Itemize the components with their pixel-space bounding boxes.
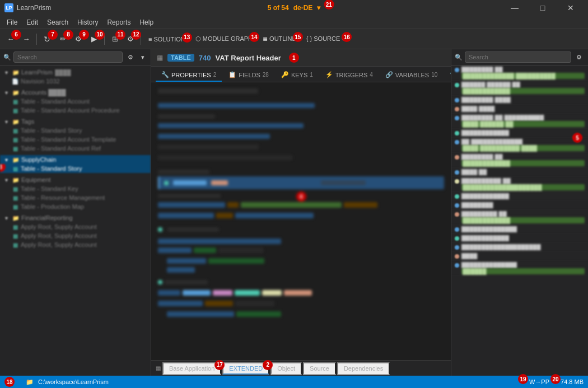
right-list-item[interactable]: ████████ ██ ████████████: [451, 153, 588, 168]
tree-item-selected-child[interactable]: ▦ Table - Standard Story 3: [0, 164, 151, 173]
tree-item[interactable]: ▦ Table - Standard Account Template: [0, 135, 151, 144]
field-row-2: [158, 120, 444, 131]
left-search-input[interactable]: [13, 52, 123, 63]
annotation-5: 5: [572, 133, 582, 143]
menu-help[interactable]: Help: [135, 17, 158, 27]
tree-item[interactable]: ▦ Table - Standard Account Ref: [0, 144, 151, 153]
tree-item[interactable]: 📄 Navision 1032: [0, 77, 151, 86]
menu-search[interactable]: Search: [43, 17, 73, 27]
right-list-item[interactable]: █████████ ██ ████████████: [451, 210, 588, 225]
right-list-item[interactable]: ████████ ██ ██████████ ████ ██████ ██: [451, 114, 588, 129]
tree-item-label: Table - Standard Story: [21, 127, 82, 134]
right-list-item[interactable]: ████: [451, 252, 588, 261]
tree-item[interactable]: ▾ 📁 LearnPrism ████: [0, 68, 151, 77]
right-list-item[interactable]: ████ ██: [451, 168, 588, 177]
right-list-item[interactable]: ████████████: [451, 192, 588, 201]
nav-counter: 5 of 54: [268, 4, 289, 12]
menu-reports[interactable]: Reports: [102, 17, 135, 27]
title-bar-left: LP LearnPrism: [4, 3, 51, 12]
right-list-item[interactable]: ████ ████: [451, 105, 588, 114]
title-bar: LP LearnPrism 5 of 54 de-DE ▾ 21 — □ ✕: [0, 0, 588, 16]
tree-item-selected[interactable]: ▾ 📁 SupplyChain: [0, 155, 151, 164]
tree-item[interactable]: ▦ Apply Root, Supply Account: [0, 222, 151, 231]
tree-item[interactable]: ▦ Table - Standard Account: [0, 97, 151, 106]
tree-item[interactable]: ▦ Table - Standard Key: [0, 184, 151, 193]
tree-item[interactable]: ▾ 📁 FinancialReporting: [0, 213, 151, 222]
tree-item-label: Navision 1032: [21, 78, 60, 85]
sub-tab-fields[interactable]: 📋 FIELDS 28: [223, 69, 274, 82]
menu-history[interactable]: History: [73, 17, 102, 27]
bottom-tab-dependencies[interactable]: Dependencies: [337, 362, 390, 375]
language-dropdown-icon[interactable]: ▾: [317, 4, 320, 12]
right-list-item[interactable]: ██████ ██████ ██ ████████████: [451, 81, 588, 96]
tree-item-label: Table - Production Map: [21, 203, 84, 210]
field-row-5: [158, 152, 444, 163]
object-type-badge: TABLE: [167, 54, 194, 62]
tree-item[interactable]: ▾ 📁 Accounts ████: [0, 88, 151, 97]
sep1: [36, 34, 37, 45]
tree-item[interactable]: ▾ 📁 Tags: [0, 117, 151, 126]
object-header: ▦ TABLE 740 VAT Report Header 1: [151, 49, 451, 67]
left-search-settings[interactable]: ⚙: [125, 52, 136, 63]
annotation-19: 19: [518, 374, 528, 384]
sub-tab-keys[interactable]: 🔑 KEYS 1: [276, 69, 319, 82]
active-row: [158, 176, 444, 189]
menu-file[interactable]: File: [2, 17, 22, 27]
tree-item-label: Table - Standard Account: [21, 98, 90, 105]
right-list-item[interactable]: ████████████: [451, 234, 588, 243]
tree-item[interactable]: ▦ Table - Standard Account Procedure: [0, 106, 151, 115]
fields-icon: 📋: [228, 71, 236, 78]
close-button[interactable]: ✕: [558, 0, 584, 16]
tree-item-label: Tags: [21, 118, 34, 125]
right-list-item[interactable]: ██████████████: [451, 225, 588, 234]
folder-icon: 📁: [12, 176, 20, 184]
sub-tab-variables[interactable]: 🔗 VARIABLES 10: [380, 69, 443, 82]
right-list-item[interactable]: ████████ ██ █████████████ ██████████: [451, 66, 588, 81]
right-list: 5 ████████ ██ █████████████ ██████████ █…: [451, 66, 588, 376]
annotation-18: 18: [4, 377, 15, 387]
tab-module-graph[interactable]: ⬡ MODULE GRAPH: [191, 34, 257, 44]
tree-item[interactable]: ▦ Apply Root, Supply Account: [0, 231, 151, 240]
annotation-9: 9: [79, 30, 89, 40]
right-list-item[interactable]: ████████: [451, 201, 588, 210]
right-search-input[interactable]: [465, 52, 571, 63]
annotation-4: 4: [296, 191, 306, 202]
annotation-17: 17: [214, 360, 225, 370]
tree-item[interactable]: ▦ Apply Root, Supply Account: [0, 240, 151, 249]
bottom-tab-source[interactable]: Source: [303, 362, 336, 375]
bottom-tab-base-app[interactable]: Base Application: [162, 362, 221, 375]
annotation-8: 8: [63, 30, 73, 40]
annotation-13: 13: [182, 32, 192, 43]
right-list-item[interactable]: ████████████████████: [451, 243, 588, 252]
annotation-12: 12: [131, 30, 141, 40]
annotation-11: 11: [115, 30, 125, 40]
status-bar: 18 📁 C:\workspace\LearnPrism 19 W→PP 20 …: [0, 376, 588, 388]
right-list-item[interactable]: ████████████: [451, 129, 588, 138]
menu-edit[interactable]: Edit: [22, 17, 43, 27]
annotation-7: 7: [48, 30, 58, 40]
encoding-label[interactable]: W→PP: [529, 378, 549, 385]
right-list-item[interactable]: ██ █████████████ ████ ██████████ ████: [451, 138, 588, 153]
right-list-item[interactable]: ██████████████ ██████: [451, 261, 588, 276]
left-search-dropdown[interactable]: ▾: [138, 52, 147, 63]
tree-item[interactable]: ▾ 📁 Equipment: [0, 175, 151, 184]
colored-row-1: [158, 200, 444, 209]
tree-item[interactable]: ▦ Table - Resource Management: [0, 193, 151, 202]
sub-tab-procedures[interactable]: 🔧 PROCEDURES 18: [444, 69, 451, 82]
tree-item[interactable]: ▦ Table - Standard Story: [0, 126, 151, 135]
right-list-item[interactable]: ██████████ ██ ████████████████████: [451, 177, 588, 192]
right-search-settings[interactable]: ⚙: [573, 52, 585, 63]
center-bottom-tabs: ▦ Base Application 17 EXTENDED 2 Object …: [151, 360, 451, 376]
sub-tab-properties[interactable]: 🔧 PROPERTIES 2: [156, 69, 222, 82]
tree-item[interactable]: ▦ Table - Production Map: [0, 202, 151, 211]
tree-item-label: Apply Root, Supply Account: [21, 223, 97, 230]
maximize-button[interactable]: □: [530, 0, 556, 16]
sub-tab-triggers[interactable]: ⚡ TRIGGERS 4: [320, 69, 379, 82]
annotation-6: 6: [11, 30, 21, 40]
bottom-tab-object[interactable]: Object: [270, 362, 302, 375]
table-icon-selected: ▦: [11, 165, 19, 172]
tree-item-label: Apply Root, Supply Account: [21, 232, 97, 239]
right-list-item[interactable]: ████████ ████: [451, 96, 588, 105]
minimize-button[interactable]: —: [502, 0, 528, 16]
annotation-16: 16: [342, 32, 352, 42]
